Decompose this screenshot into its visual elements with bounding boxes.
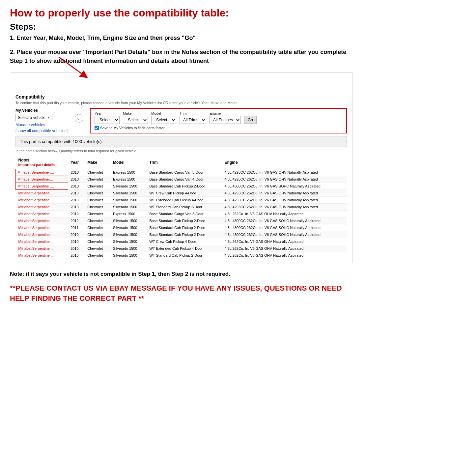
trim-cell: Base Standard Cargo Van 4-Door xyxy=(147,176,222,183)
table-header-row: Notes Important part details Year Make M… xyxy=(16,156,347,169)
table-row: Mfrlabel:Serpentine ... 2012 Chevrolet E… xyxy=(16,210,347,217)
year-cell: 2010 xyxy=(68,238,85,245)
steps-label: Steps: xyxy=(10,22,352,32)
make-cell: Chevrolet xyxy=(85,252,110,259)
notes-cell[interactable]: Mfrlabel:Serpentine ... xyxy=(16,245,68,252)
engine-cell: 4.3L 262Cu. In. V6 GAS OHV Naturally Asp… xyxy=(222,210,347,217)
engine-select[interactable]: All Engines xyxy=(210,116,241,124)
notes-cell[interactable]: Mfrlabel:Serpentine ... xyxy=(16,203,68,210)
model-cell: Silverado 1500 xyxy=(110,196,147,203)
trim-cell: WT Crew Cab Pickup 4-Door xyxy=(147,189,222,196)
main-title: How to properly use the compatibility ta… xyxy=(10,7,352,19)
trim-header: Trim xyxy=(147,156,222,169)
engine-cell: 4.3L 4293CC 262Cu. In. V6 GAS OHV Natura… xyxy=(222,189,347,196)
my-vehicles-select: Select a vehicle ▼ xyxy=(15,114,68,121)
year-cell: 2011 xyxy=(68,224,85,231)
make-select[interactable]: -Select- xyxy=(123,116,148,124)
year-cell: 2010 xyxy=(68,231,85,238)
notes-cell[interactable]: Mfrlabel:Serpentine .... xyxy=(16,183,68,189)
make-cell: Chevrolet xyxy=(85,203,110,210)
trim-cell: Base Standard Cab Pickup 2-Door xyxy=(147,224,222,231)
notes-cell[interactable]: Mfrlabel:Serpentine ... xyxy=(16,231,68,238)
compat-title: Compatibility xyxy=(15,94,347,100)
make-cell: Chevrolet xyxy=(85,210,110,217)
arrow-svg xyxy=(52,57,104,80)
year-cell: 2012 xyxy=(68,217,85,224)
important-part-details-label: Important part details xyxy=(18,163,55,167)
table-row: Mfrlabel:Serpentine .... 2013 Chevrolet … xyxy=(16,169,347,176)
table-row: Mfrlabel:Serpentine.... 2013 Chevrolet E… xyxy=(16,176,347,183)
make-label: Make xyxy=(123,111,148,115)
my-vehicles-section: My Vehicles Select a vehicle ▼ Manage ve… xyxy=(15,108,68,133)
notes-cell[interactable]: Mfrlabel:Serpentine ... xyxy=(16,252,68,259)
select-vehicle-dropdown[interactable]: Select a vehicle ▼ xyxy=(15,114,52,121)
model-select[interactable]: -Select- xyxy=(151,116,176,124)
manage-vehicles-link[interactable]: Manage vehicles xyxy=(15,123,68,127)
trim-cell: Base Standard Cargo Van 3-Door xyxy=(147,169,222,176)
engine-cell: 4.3L 4300CC 262Cu. In. V6 GAS SOHC Natur… xyxy=(222,231,347,238)
compat-controls: My Vehicles Select a vehicle ▼ Manage ve… xyxy=(15,108,347,133)
dropdown-arrow-icon: ▼ xyxy=(47,116,50,119)
model-cell: Express 1500 xyxy=(110,169,147,176)
table-row: Mfrlabel:Serpentine ... 2010 Chevrolet S… xyxy=(16,231,347,238)
trim-cell: WT Extended Cab Pickup 4-Door xyxy=(147,245,222,252)
compat-subtitle: To confirm that this part fits your vehi… xyxy=(15,101,347,105)
vehicle-entry-form: Year -Select- Make -Select- Model -Selec… xyxy=(90,108,347,133)
make-cell: Chevrolet xyxy=(85,176,110,183)
year-select[interactable]: -Select- xyxy=(95,116,120,124)
table-row: Mfrlabel:Serpentine ... 2010 Chevrolet S… xyxy=(16,245,347,252)
engine-cell: 4.3L 4293CC 262Cu. In. V6 GAS OHV Natura… xyxy=(222,176,347,183)
trim-cell: WT Crew Cab Pickup 4-Door xyxy=(147,238,222,245)
notes-cell[interactable]: Mfrlabel:Serpentine ... xyxy=(16,224,68,231)
year-cell: 2013 xyxy=(68,169,85,176)
save-checkbox[interactable] xyxy=(95,126,99,130)
select-vehicle-text: Select a vehicle xyxy=(18,115,45,120)
table-row: Mfrlabel:Serpentine ... 2010 Chevrolet S… xyxy=(16,252,347,259)
trim-select[interactable]: All Trims xyxy=(180,116,206,124)
trim-label: Trim xyxy=(180,111,206,115)
go-button[interactable]: Go xyxy=(244,116,257,124)
trim-cell: WT Extended Cab Pickup 4-Door xyxy=(147,196,222,203)
make-cell: Chevrolet xyxy=(85,238,110,245)
notes-cell[interactable]: Mfrlabel:Serpentine .... xyxy=(16,169,68,176)
model-label: Model xyxy=(151,111,176,115)
engine-cell: 4.3L 4300CC 262Cu. In. V6 GAS SOHC Natur… xyxy=(222,217,347,224)
model-cell: Silverado 1500 xyxy=(110,252,147,259)
engine-cell: 4.3L 4300CC 262Cu. In. V6 GAS SOHC Natur… xyxy=(222,183,347,189)
year-cell: 2012 xyxy=(68,210,85,217)
my-vehicles-label: My Vehicles xyxy=(15,108,68,113)
engine-cell: 4.3L 4293CC 262Cu. In. V6 GAS OHV Natura… xyxy=(222,203,347,210)
make-cell: Chevrolet xyxy=(85,231,110,238)
engine-cell: 4.3L 262Cu. In. V6 GAS OHV Naturally Asp… xyxy=(222,238,347,245)
table-row: Mfrlabel:Serpentine ... 2012 Chevrolet S… xyxy=(16,217,347,224)
model-cell: Silverado 1500 xyxy=(110,224,147,231)
make-cell: Chevrolet xyxy=(85,217,110,224)
model-cell: Silverado 1500 xyxy=(110,203,147,210)
year-cell: 2010 xyxy=(68,245,85,252)
table-row: Mfrlabel:Serpentine ... 2013 Chevrolet S… xyxy=(16,196,347,203)
save-label: Save to My Vehicles to finds parts faste… xyxy=(100,126,165,130)
notes-cell[interactable]: Mfrlabel:Serpentine ... xyxy=(16,189,68,196)
notes-cell[interactable]: Mfrlabel:Serpentine ... xyxy=(16,217,68,224)
compat-info-bar: This part is compatible with 1000 vehicl… xyxy=(15,136,347,147)
year-header: Year xyxy=(68,156,85,169)
show-all-link[interactable]: [show all compatible vehicles] xyxy=(15,129,68,133)
compatibility-table: Notes Important part details Year Make M… xyxy=(15,156,347,259)
step1-text: 1. Enter Year, Make, Model, Trim, Engine… xyxy=(10,34,352,42)
trim-field-group: Trim All Trims xyxy=(180,111,206,124)
year-cell: 2013 xyxy=(68,203,85,210)
engine-field-group: Engine All Engines xyxy=(210,111,241,124)
make-cell: Chevrolet xyxy=(85,183,110,189)
notes-cell[interactable]: Mfrlabel:Serpentine.... xyxy=(16,176,68,183)
notes-cell[interactable]: Mfrlabel:Serpentine ... xyxy=(16,210,68,217)
engine-header: Engine xyxy=(222,156,347,169)
year-cell: 2013 xyxy=(68,183,85,189)
contact-text: **PLEASE CONTACT US VIA EBAY MESSAGE IF … xyxy=(10,283,352,304)
notes-cell[interactable]: Mfrlabel:Serpentine ... xyxy=(16,196,68,203)
model-cell: Silverado 1500 xyxy=(110,189,147,196)
model-cell: Silverado 1500 xyxy=(110,217,147,224)
trim-cell: WT Standard Cab Pickup 2-Door xyxy=(147,203,222,210)
vehicle-fields: Year -Select- Make -Select- Model -Selec… xyxy=(95,111,342,124)
notes-cell[interactable]: Mfrlabel:Serpentine ... xyxy=(16,238,68,245)
engine-cell: 4.3L 262Cu. In. V6 GAS OHV Naturally Asp… xyxy=(222,252,347,259)
